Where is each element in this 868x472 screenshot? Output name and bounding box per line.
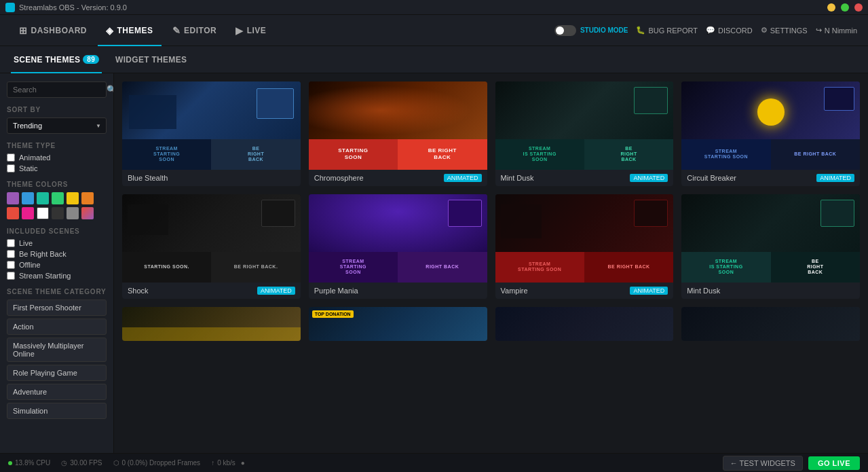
stream-starting-checkbox[interactable] xyxy=(7,272,15,280)
theme-card-partial-1[interactable] xyxy=(122,307,301,341)
color-swatch-yellow[interactable] xyxy=(67,192,79,204)
offline-scene-item[interactable]: Offline xyxy=(7,261,107,269)
color-swatch-blue[interactable] xyxy=(22,192,34,204)
theme-info-mint-dusk: Mint Dusk ANIMATED xyxy=(495,170,674,186)
theme-card-circuit-breaker[interactable]: STREAMSTARTING SOON BE RIGHT BACK Circui… xyxy=(681,81,860,186)
color-swatch-teal[interactable] xyxy=(37,192,49,204)
theme-colors-section: THEME COLORS xyxy=(7,181,107,219)
theme-card-purple-mania[interactable]: STREAMSTARTINGSOON RIGHT BACK Purple Man… xyxy=(309,194,487,299)
theme-name-mint-dusk: Mint Dusk xyxy=(501,174,534,182)
sort-section: SORT BY Trending Newest Popular xyxy=(7,106,107,134)
animated-badge-vampire: ANIMATED xyxy=(630,287,668,295)
tab-widget-themes[interactable]: WIDGET THEMES xyxy=(113,46,189,73)
color-swatch-orange[interactable] xyxy=(81,192,94,204)
search-box[interactable]: 🔍 xyxy=(7,81,107,98)
animated-checkbox[interactable] xyxy=(7,153,15,162)
theme-preview-partial-4 xyxy=(681,307,860,341)
stream-starting-item[interactable]: Stream Starting xyxy=(7,272,107,280)
theme-card-shock[interactable]: STARTING SOON. BE RIGHT BACK. Shock ANIM… xyxy=(122,194,301,299)
settings-label: SETTINGS xyxy=(770,26,808,35)
theme-name-purple-mania: Purple Mania xyxy=(314,287,358,295)
theme-colors-label: THEME COLORS xyxy=(7,181,107,188)
theme-info-shock: Shock ANIMATED xyxy=(122,283,301,299)
minimize-button[interactable] xyxy=(827,3,835,12)
category-fps[interactable]: First Person Shooter xyxy=(7,299,107,316)
theme-name-blue-stealth: Blue Stealth xyxy=(128,174,168,182)
category-action[interactable]: Action xyxy=(7,319,107,335)
fps-icon: ◷ xyxy=(61,459,67,467)
category-rpg[interactable]: Role Playing Game xyxy=(7,365,107,381)
theme-preview-vampire: STREAMSTARTING SOON BE RIGHT BACK xyxy=(495,194,674,283)
discord-button[interactable]: 💬 DISCORD xyxy=(706,26,753,35)
tab-scene-themes[interactable]: SCENE THEMES 89 xyxy=(11,46,102,73)
window-controls xyxy=(827,3,863,12)
category-simulation[interactable]: Simulation xyxy=(7,403,107,419)
theme-preview-purple-mania: STREAMSTARTINGSOON RIGHT BACK xyxy=(309,194,487,283)
brb-scene-checkbox[interactable] xyxy=(7,250,15,258)
mint-scene2: BERIGHTBACK xyxy=(584,139,673,170)
color-swatch-gray[interactable] xyxy=(67,207,79,219)
sort-select[interactable]: Trending Newest Popular xyxy=(7,117,107,134)
brb-scene-item[interactable]: Be Right Back xyxy=(7,250,107,258)
category-label: SCENE THEME CATEGORY xyxy=(7,288,107,295)
color-swatch-white[interactable] xyxy=(37,207,49,219)
offline-scene-checkbox[interactable] xyxy=(7,261,15,269)
theme-card-mint-dusk-2[interactable]: STREAMIS STARTINGSOON BERIGHTBACK Mint D… xyxy=(681,194,860,299)
widget-themes-label: WIDGET THEMES xyxy=(115,55,187,65)
close-button[interactable] xyxy=(854,3,863,12)
color-swatch-pink[interactable] xyxy=(22,207,34,219)
search-input[interactable] xyxy=(13,86,107,94)
maximize-button[interactable] xyxy=(841,3,849,12)
color-swatch-darkgray[interactable] xyxy=(52,207,64,219)
go-live-button[interactable]: GO LIVE xyxy=(808,456,860,470)
color-swatch-purple[interactable] xyxy=(7,192,19,204)
animated-checkbox-item[interactable]: Animated xyxy=(7,153,107,162)
settings-button[interactable]: ⚙ SETTINGS xyxy=(761,26,808,35)
theme-info-circuit-breaker: Circuit Breaker ANIMATED xyxy=(681,170,860,186)
theme-preview-mint-dusk: STREAMIS STARTINGSOON BERIGHTBACK xyxy=(495,81,674,170)
themes-icon: ◈ xyxy=(106,25,114,36)
included-scenes-label: INCLUDED SCENES xyxy=(7,228,107,235)
theme-card-blue-stealth[interactable]: STREAMSTARTINGSOON BERIGHTBACK Blue Stea… xyxy=(122,81,301,186)
dashboard-icon: ⊞ xyxy=(19,25,28,36)
gear-icon: ⚙ xyxy=(761,26,768,35)
color-swatch-red[interactable] xyxy=(7,207,19,219)
theme-card-partial-4[interactable] xyxy=(681,307,860,341)
theme-preview-partial-3 xyxy=(495,307,674,341)
theme-card-partial-3[interactable] xyxy=(495,307,674,341)
category-mmo[interactable]: Massively Multiplayer Online xyxy=(7,338,107,362)
fps-label: 30.00 FPS xyxy=(70,459,102,467)
brb-scene-label: Be Right Back xyxy=(19,250,67,258)
color-swatch-green[interactable] xyxy=(52,192,64,204)
static-checkbox[interactable] xyxy=(7,164,15,173)
color-grid xyxy=(7,192,107,219)
theme-card-mint-dusk[interactable]: STREAMIS STARTINGSOON BERIGHTBACK Mint D… xyxy=(495,81,674,186)
live-scene-item[interactable]: Live xyxy=(7,239,107,247)
offline-scene-label: Offline xyxy=(19,261,41,269)
theme-card-chromosphere[interactable]: STARTINGSOON BE RIGHTBACK Chromosphere A… xyxy=(309,81,487,186)
sort-label: SORT BY xyxy=(7,106,107,113)
test-widgets-button[interactable]: ← TEST WIDGETS xyxy=(723,456,803,471)
nav-themes[interactable]: ◈ THEMES xyxy=(98,15,162,46)
vampire-scene2: BE RIGHT BACK xyxy=(584,252,673,283)
studio-mode-switch[interactable] xyxy=(554,25,576,36)
main-layout: 🔍 SORT BY Trending Newest Popular THEME … xyxy=(0,73,868,453)
live-scene-checkbox[interactable] xyxy=(7,239,15,247)
color-swatch-gradient[interactable] xyxy=(81,207,94,219)
bug-report-button[interactable]: 🐛 BUG REPORT xyxy=(636,26,698,35)
static-checkbox-item[interactable]: Static xyxy=(7,164,107,173)
theme-card-partial-2[interactable]: TOP DONATION xyxy=(309,307,487,341)
nav-live[interactable]: ▶ LIVE xyxy=(227,15,274,46)
titlebar: Streamlabs OBS - Version: 0.9.0 xyxy=(0,0,868,15)
theme-card-vampire[interactable]: STREAMSTARTING SOON BE RIGHT BACK Vampir… xyxy=(495,194,674,299)
bug-report-label: BUG REPORT xyxy=(648,26,698,35)
studio-mode-toggle[interactable]: STUDIO MODE xyxy=(554,25,628,36)
app-title: Streamlabs OBS - Version: 0.9.0 xyxy=(19,3,127,12)
nav-editor[interactable]: ✎ EDITOR xyxy=(164,15,225,46)
nav-dashboard[interactable]: ⊞ DASHBOARD xyxy=(11,15,95,46)
bandwidth-icon: ↑ xyxy=(211,459,214,467)
category-adventure[interactable]: Adventure xyxy=(7,384,107,400)
user-button[interactable]: ↪ N Nimmin xyxy=(816,26,857,35)
app-icon xyxy=(5,3,15,12)
theme-info-chromosphere: Chromosphere ANIMATED xyxy=(309,170,487,186)
